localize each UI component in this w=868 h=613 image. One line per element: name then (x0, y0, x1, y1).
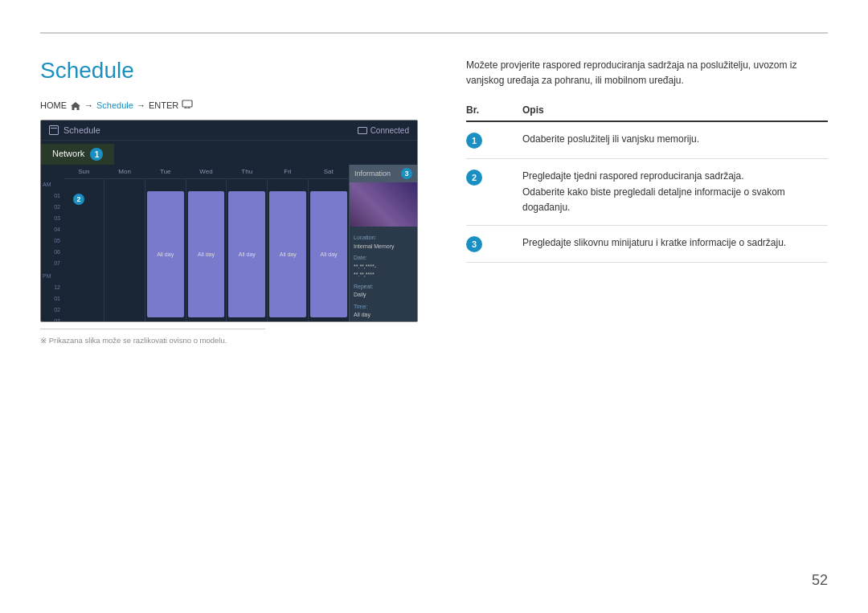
monitor-icon (358, 127, 367, 134)
content-area: Schedule HOME → Schedule → ENTER (40, 58, 828, 589)
day-wed: Wed (186, 165, 227, 178)
time-01: 01 (41, 190, 63, 202)
date-label: Date: (354, 254, 413, 263)
date-value: **.**,****-**.**,**** (354, 263, 413, 280)
footnote: Prikazana slika može se razlikovati ovis… (40, 336, 434, 345)
day-col-thu: All day (227, 179, 268, 321)
time-06: 06 (41, 247, 63, 258)
top-border (40, 32, 828, 34)
page-number: 52 (812, 572, 828, 589)
event-wed: All day (188, 191, 225, 317)
badge-1: 1 (90, 148, 103, 161)
day-fri: Fri (268, 165, 309, 178)
breadcrumb-home: HOME (40, 100, 67, 110)
breadcrumb-enter: ENTER (149, 100, 178, 110)
event-tue: All day (147, 191, 184, 317)
row-1-num: 1 (466, 132, 522, 149)
day-col-mon (104, 179, 145, 321)
time-pm02: 02 (41, 304, 63, 316)
col-opis-header: Opis (522, 104, 828, 116)
screen-title: Schedule (63, 125, 100, 135)
connected-label: Connected (371, 126, 409, 135)
am-label: AM (41, 179, 63, 190)
info-panel: Information 3 Location: Internal Memory … (349, 165, 417, 321)
time-05: 05 (41, 235, 63, 247)
enter-icon (182, 100, 193, 110)
time-04: 04 (41, 224, 63, 235)
info-table: Br. Opis 1 Odaberite poslužitelj ili van… (466, 104, 828, 263)
time-column: AM 01 02 03 04 05 06 07 PM 12 01 02 03 0… (41, 165, 63, 321)
network-tab[interactable]: Network 1 (41, 144, 114, 165)
day-tue: Tue (145, 165, 186, 178)
screen-header-right: Connected (358, 126, 409, 135)
time-pm01: 01 (41, 293, 63, 304)
allday-thu: All day (239, 251, 256, 257)
allday-fri: All day (280, 251, 297, 257)
home-icon (70, 101, 81, 111)
time-12: 12 (41, 282, 63, 293)
calendar-icon (49, 125, 59, 135)
tabs-bar: Network 1 (41, 141, 417, 165)
time-value: All day (354, 311, 413, 320)
badge-3: 3 (401, 168, 412, 179)
row-3-text: Pregledajte slikovnu minijaturu i kratke… (522, 235, 828, 251)
separator-line (40, 329, 265, 329)
info-header-label: Information (354, 170, 391, 178)
repeat-label: Repeat: (354, 283, 413, 292)
breadcrumb-arrow1: → (84, 100, 93, 110)
table-row-2: 2 Pregledajte tjedni raspored reproducir… (466, 159, 828, 226)
day-sat: Sat (308, 165, 349, 178)
day-col-tue: All day (145, 179, 186, 321)
event-fri: All day (269, 191, 306, 317)
num-badge-1: 1 (466, 133, 482, 149)
day-col-wed: All day (186, 179, 227, 321)
days-body: 2 All day All day (63, 179, 349, 321)
days-header: Sun Mon Tue Wed Thu Fri Sat (63, 165, 349, 179)
badge-2: 2 (73, 194, 84, 205)
day-col-sat: All day (309, 179, 349, 321)
info-header: Information 3 (350, 165, 417, 182)
allday-wed: All day (198, 251, 215, 257)
days-container: Sun Mon Tue Wed Thu Fri Sat 2 (63, 165, 349, 321)
breadcrumb-schedule: Schedule (96, 100, 133, 110)
page-title: Schedule (40, 58, 434, 84)
svg-rect-1 (182, 100, 192, 107)
day-col-fri: All day (268, 179, 309, 321)
location-label: Location: (354, 234, 413, 243)
day-thu: Thu (227, 165, 268, 178)
svg-marker-0 (71, 102, 80, 110)
description-text: Možete provjerite raspored reproduciranj… (466, 58, 828, 88)
location-value: Internal Memory (354, 243, 413, 251)
pm-label: PM (41, 271, 63, 282)
row-2-num: 2 (466, 169, 522, 186)
calendar-area: AM 01 02 03 04 05 06 07 PM 12 01 02 03 0… (41, 165, 417, 321)
time-07: 07 (41, 258, 63, 269)
table-row-1: 1 Odaberite poslužitelj ili vanjsku memo… (466, 122, 828, 159)
breadcrumb: HOME → Schedule → ENTER (40, 100, 434, 110)
day-mon: Mon (104, 165, 145, 178)
table-row-3: 3 Pregledajte slikovnu minijaturu i krat… (466, 226, 828, 263)
table-header: Br. Opis (466, 104, 828, 122)
info-thumbnail (350, 182, 417, 227)
repeat-value: Daily (354, 291, 413, 300)
schedule-screen: Schedule Connected Network 1 (40, 120, 418, 322)
left-column: Schedule HOME → Schedule → ENTER (40, 58, 434, 589)
event-thu: All day (228, 191, 265, 317)
num-badge-2: 2 (466, 170, 482, 186)
page-container: Schedule HOME → Schedule → ENTER (0, 0, 868, 613)
time-label-info: Time: (354, 303, 413, 312)
row-3-num: 3 (466, 235, 522, 252)
event-sat: All day (310, 191, 347, 317)
screen-header-left: Schedule (49, 125, 100, 135)
screen-header: Schedule Connected (41, 121, 417, 141)
allday-sat: All day (321, 251, 338, 257)
info-content: Location: Internal Memory Date: **.**,**… (350, 227, 417, 322)
time-03: 03 (41, 213, 63, 224)
row-1-text: Odaberite poslužitelj ili vanjsku memori… (522, 132, 828, 147)
right-column: Možete provjerite raspored reproduciranj… (466, 58, 828, 589)
row-2-text: Pregledajte tjedni raspored reproduciran… (522, 169, 828, 215)
col-br-header: Br. (466, 104, 522, 116)
breadcrumb-arrow2: → (137, 100, 145, 110)
day-sun: Sun (63, 165, 104, 178)
time-02: 02 (41, 202, 63, 213)
